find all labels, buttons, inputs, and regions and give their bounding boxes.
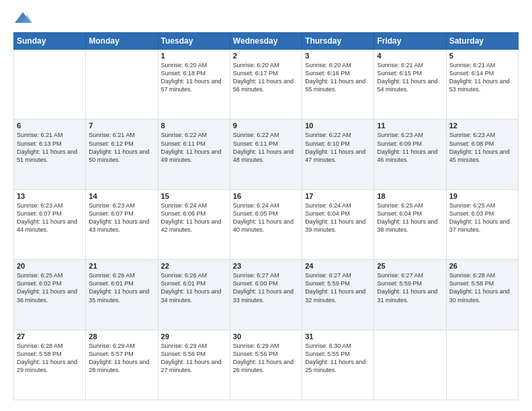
day-info: Sunrise: 6:23 AMSunset: 6:08 PMDaylight:…: [449, 131, 515, 164]
calendar-cell: 22Sunrise: 6:26 AMSunset: 6:01 PMDayligh…: [158, 260, 230, 330]
day-number: 16: [233, 192, 299, 200]
day-info: Sunrise: 6:24 AMSunset: 6:04 PMDaylight:…: [305, 201, 371, 234]
day-number: 27: [17, 332, 83, 340]
day-number: 29: [161, 332, 227, 340]
header: [13, 11, 519, 26]
calendar-cell: 25Sunrise: 6:27 AMSunset: 5:59 PMDayligh…: [374, 260, 446, 330]
day-info: Sunrise: 6:24 AMSunset: 6:05 PMDaylight:…: [233, 201, 299, 234]
calendar-cell: 19Sunrise: 6:25 AMSunset: 6:03 PMDayligh…: [446, 189, 518, 259]
day-info: Sunrise: 6:26 AMSunset: 6:01 PMDaylight:…: [161, 271, 227, 304]
calendar-cell: 1Sunrise: 6:20 AMSunset: 6:18 PMDaylight…: [158, 50, 230, 120]
day-number: 28: [89, 332, 154, 340]
calendar-week-row: 6Sunrise: 6:21 AMSunset: 6:13 PMDaylight…: [14, 120, 519, 189]
day-info: Sunrise: 6:27 AMSunset: 6:00 PMDaylight:…: [233, 271, 299, 304]
calendar-header-row: SundayMondayTuesdayWednesdayThursdayFrid…: [14, 33, 519, 50]
calendar-cell: 29Sunrise: 6:29 AMSunset: 5:56 PMDayligh…: [158, 330, 230, 400]
day-number: 4: [377, 52, 443, 60]
weekday-header: Friday: [374, 33, 446, 50]
day-info: Sunrise: 6:25 AMSunset: 6:03 PMDaylight:…: [449, 201, 515, 234]
calendar-cell: 15Sunrise: 6:24 AMSunset: 6:06 PMDayligh…: [158, 189, 230, 259]
calendar-week-row: 1Sunrise: 6:20 AMSunset: 6:18 PMDaylight…: [14, 50, 519, 120]
day-info: Sunrise: 6:21 AMSunset: 6:12 PMDaylight:…: [89, 131, 154, 164]
calendar-cell: 30Sunrise: 6:29 AMSunset: 5:56 PMDayligh…: [230, 330, 302, 400]
day-info: Sunrise: 6:21 AMSunset: 6:15 PMDaylight:…: [377, 61, 443, 94]
day-number: 11: [377, 122, 443, 130]
day-number: 18: [377, 192, 443, 200]
calendar-cell: 6Sunrise: 6:21 AMSunset: 6:13 PMDaylight…: [14, 120, 86, 189]
page: SundayMondayTuesdayWednesdayThursdayFrid…: [0, 0, 532, 411]
calendar-cell: [446, 330, 518, 400]
day-info: Sunrise: 6:21 AMSunset: 6:14 PMDaylight:…: [449, 61, 515, 94]
day-number: 14: [89, 192, 154, 200]
day-number: 2: [233, 52, 299, 60]
day-number: 30: [233, 332, 299, 340]
calendar-cell: 16Sunrise: 6:24 AMSunset: 6:05 PMDayligh…: [230, 189, 302, 259]
day-info: Sunrise: 6:26 AMSunset: 6:01 PMDaylight:…: [89, 271, 154, 304]
day-number: 10: [305, 122, 371, 130]
day-info: Sunrise: 6:30 AMSunset: 5:55 PMDaylight:…: [305, 342, 371, 375]
day-info: Sunrise: 6:21 AMSunset: 6:13 PMDaylight:…: [17, 131, 83, 164]
day-number: 6: [17, 122, 83, 130]
weekday-header: Tuesday: [158, 33, 230, 50]
day-number: 7: [89, 122, 154, 130]
day-info: Sunrise: 6:22 AMSunset: 6:11 PMDaylight:…: [233, 131, 299, 164]
day-info: Sunrise: 6:29 AMSunset: 5:56 PMDaylight:…: [233, 342, 299, 375]
calendar-cell: 28Sunrise: 6:29 AMSunset: 5:57 PMDayligh…: [86, 330, 158, 400]
day-info: Sunrise: 6:22 AMSunset: 6:11 PMDaylight:…: [161, 131, 227, 164]
calendar-cell: 24Sunrise: 6:27 AMSunset: 5:59 PMDayligh…: [302, 260, 374, 330]
day-info: Sunrise: 6:27 AMSunset: 5:59 PMDaylight:…: [305, 271, 371, 304]
day-number: 17: [305, 192, 371, 200]
calendar-cell: 11Sunrise: 6:23 AMSunset: 6:09 PMDayligh…: [374, 120, 446, 189]
calendar-cell: 8Sunrise: 6:22 AMSunset: 6:11 PMDaylight…: [158, 120, 230, 189]
day-number: 22: [161, 262, 227, 270]
weekday-header: Wednesday: [230, 33, 302, 50]
weekday-header: Monday: [86, 33, 158, 50]
day-number: 25: [377, 262, 443, 270]
day-number: 8: [161, 122, 227, 130]
calendar-cell: 26Sunrise: 6:28 AMSunset: 5:58 PMDayligh…: [446, 260, 518, 330]
day-info: Sunrise: 6:25 AMSunset: 6:04 PMDaylight:…: [377, 201, 443, 234]
day-number: 21: [89, 262, 154, 270]
calendar-week-row: 13Sunrise: 6:23 AMSunset: 6:07 PMDayligh…: [14, 189, 519, 259]
day-number: 9: [233, 122, 299, 130]
calendar-cell: 14Sunrise: 6:23 AMSunset: 6:07 PMDayligh…: [86, 189, 158, 259]
day-number: 24: [305, 262, 371, 270]
day-info: Sunrise: 6:20 AMSunset: 6:18 PMDaylight:…: [161, 61, 227, 94]
day-info: Sunrise: 6:23 AMSunset: 6:07 PMDaylight:…: [17, 201, 83, 234]
weekday-header: Thursday: [302, 33, 374, 50]
day-number: 26: [449, 262, 515, 270]
calendar-cell: 31Sunrise: 6:30 AMSunset: 5:55 PMDayligh…: [302, 330, 374, 400]
calendar-cell: 21Sunrise: 6:26 AMSunset: 6:01 PMDayligh…: [86, 260, 158, 330]
day-number: 3: [305, 52, 371, 60]
day-info: Sunrise: 6:22 AMSunset: 6:10 PMDaylight:…: [305, 131, 371, 164]
day-info: Sunrise: 6:25 AMSunset: 6:02 PMDaylight:…: [17, 271, 83, 304]
day-info: Sunrise: 6:23 AMSunset: 6:09 PMDaylight:…: [377, 131, 443, 164]
calendar-cell: [374, 330, 446, 400]
calendar-cell: 17Sunrise: 6:24 AMSunset: 6:04 PMDayligh…: [302, 189, 374, 259]
calendar-cell: 18Sunrise: 6:25 AMSunset: 6:04 PMDayligh…: [374, 189, 446, 259]
day-number: 13: [17, 192, 83, 200]
calendar-cell: 2Sunrise: 6:20 AMSunset: 6:17 PMDaylight…: [230, 50, 302, 120]
calendar-cell: 13Sunrise: 6:23 AMSunset: 6:07 PMDayligh…: [14, 189, 86, 259]
day-number: 31: [305, 332, 371, 340]
calendar-cell: [14, 50, 86, 120]
day-info: Sunrise: 6:20 AMSunset: 6:17 PMDaylight:…: [233, 61, 299, 94]
calendar-cell: 10Sunrise: 6:22 AMSunset: 6:10 PMDayligh…: [302, 120, 374, 189]
day-number: 19: [449, 192, 515, 200]
day-number: 12: [449, 122, 515, 130]
calendar-table: SundayMondayTuesdayWednesdayThursdayFrid…: [13, 32, 519, 400]
day-number: 15: [161, 192, 227, 200]
day-info: Sunrise: 6:29 AMSunset: 5:57 PMDaylight:…: [89, 342, 154, 375]
calendar-week-row: 20Sunrise: 6:25 AMSunset: 6:02 PMDayligh…: [14, 260, 519, 330]
logo-icon: [13, 11, 32, 26]
day-number: 1: [161, 52, 227, 60]
weekday-header: Saturday: [446, 33, 518, 50]
calendar-cell: 23Sunrise: 6:27 AMSunset: 6:00 PMDayligh…: [230, 260, 302, 330]
calendar-cell: [86, 50, 158, 120]
day-info: Sunrise: 6:29 AMSunset: 5:56 PMDaylight:…: [161, 342, 227, 375]
day-number: 23: [233, 262, 299, 270]
day-info: Sunrise: 6:23 AMSunset: 6:07 PMDaylight:…: [89, 201, 154, 234]
weekday-header: Sunday: [14, 33, 86, 50]
calendar-cell: 3Sunrise: 6:20 AMSunset: 6:16 PMDaylight…: [302, 50, 374, 120]
day-info: Sunrise: 6:28 AMSunset: 5:58 PMDaylight:…: [17, 342, 83, 375]
